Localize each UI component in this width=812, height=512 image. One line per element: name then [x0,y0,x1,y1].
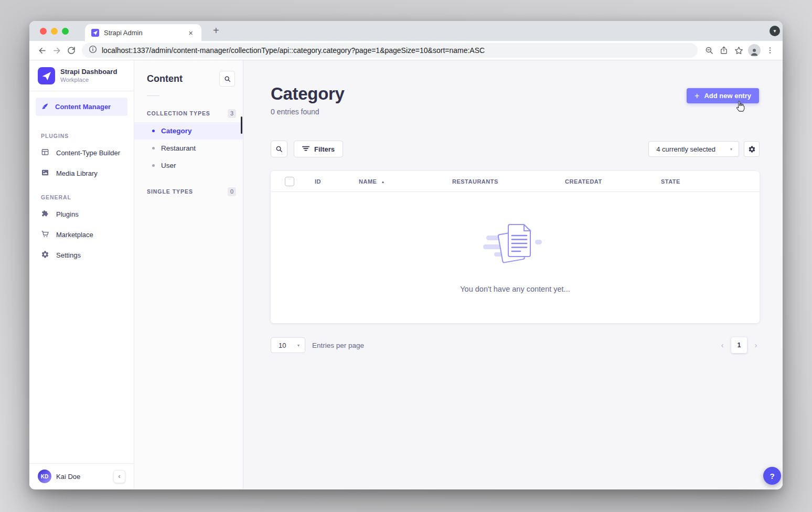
add-new-entry-label: Add new entry [704,92,751,100]
collection-type-restaurant[interactable]: Restaurant [134,140,243,157]
cart-icon [41,230,49,240]
filters-button[interactable]: Filters [294,141,343,157]
minimize-window-button[interactable] [51,28,58,35]
workspace-switcher[interactable]: Strapi Dashboard Workplace [29,60,134,91]
collapse-sidebar-button[interactable]: ‹ [113,470,125,483]
browser-window: Strapi Admin × + ▼ localhost:1337/admin/… [29,21,783,489]
screen-indicator-icon[interactable]: ▼ [770,26,780,36]
page-number-button[interactable]: 1 [731,337,747,353]
plus-icon: + [695,91,699,101]
entries-count-text: 0 entries found [271,108,760,116]
pen-icon [41,102,49,112]
previous-page-button[interactable]: ‹ [719,341,726,349]
collection-types-list: Category Restaurant User [134,122,243,174]
entries-per-page-label: Entries per page [312,342,364,349]
bookmark-star-icon[interactable] [731,43,746,58]
sidebar-divider [29,91,134,91]
sidebar-item-marketplace[interactable]: Marketplace [29,225,134,245]
zoom-page-icon[interactable] [702,43,717,58]
close-window-button[interactable] [40,28,47,35]
empty-documents-illustration [483,221,547,268]
column-header-createdat[interactable]: CREATEDAT [565,171,602,192]
column-header-name[interactable]: NAME ▲ [359,171,385,192]
subnav-scrollbar-thumb[interactable] [241,116,242,134]
single-types-count-badge: 0 [228,187,236,196]
collection-types-heading: COLLECTION TYPES [147,110,210,116]
url-text: localhost:1337/admin/content-manager/col… [102,46,485,55]
address-bar[interactable]: localhost:1337/admin/content-manager/col… [82,43,698,58]
column-header-id[interactable]: ID [315,171,321,192]
next-page-button[interactable]: › [752,341,760,349]
sidebar-section-general: GENERAL [29,190,134,204]
sidebar-item-label: Media Library [56,169,98,177]
site-info-icon[interactable] [89,45,97,56]
subnav-search-button[interactable] [219,71,235,87]
select-all-checkbox[interactable] [285,177,294,186]
workspace-subtitle: Workplace [60,76,117,84]
sidebar-item-label: Content-Type Builder [56,149,120,157]
empty-state: You don't have any content yet... [271,192,760,323]
chevron-down-icon: ▾ [297,343,300,348]
window-controls [40,28,69,35]
sidebar-item-plugins[interactable]: Plugins [29,204,134,225]
pager: ‹ 1 › [719,337,760,353]
search-entries-button[interactable] [271,141,287,157]
close-tab-icon[interactable]: × [186,28,195,38]
collection-type-user[interactable]: User [134,157,243,174]
reload-icon[interactable] [64,43,79,58]
bullet-icon [152,130,155,132]
help-button[interactable]: ? [763,467,781,485]
filters-label: Filters [314,145,335,153]
sidebar-item-label: Marketplace [56,231,93,239]
forward-icon[interactable] [49,43,64,58]
entries-table: ID NAME ▲ RESTAURANTS CREATEDAT STATE [271,171,760,323]
strapi-favicon-icon [91,29,99,37]
table-header-row: ID NAME ▲ RESTAURANTS CREATEDAT STATE [271,171,760,192]
chevron-down-icon: ▾ [730,147,732,152]
gear-icon [41,250,49,260]
user-profile-row[interactable]: KD Kai Doe ‹ [29,463,134,489]
add-new-entry-button[interactable]: + Add new entry [687,88,759,103]
column-header-restaurants[interactable]: RESTAURANTS [452,171,498,192]
column-header-label: NAME [359,178,377,185]
workspace-name: Strapi Dashboard [60,68,117,77]
sidebar-item-label: Settings [56,251,81,259]
sidebar-item-content-type-builder[interactable]: Content-Type Builder [29,143,134,163]
single-types-heading: SINGLE TYPES [147,188,193,195]
browser-toolbar: localhost:1337/admin/content-manager/col… [29,41,783,60]
browser-tab[interactable]: Strapi Admin × [85,24,201,41]
collection-type-label: Restaurant [161,144,196,152]
collection-type-category[interactable]: Category [134,122,243,140]
page-size-select[interactable]: 10 ▾ [271,337,305,353]
collection-types-count-badge: 3 [228,109,236,118]
browser-profile-icon[interactable] [748,44,761,57]
strapi-admin-app: Strapi Dashboard Workplace Content Manag… [29,60,783,489]
user-name: Kai Doe [56,473,109,481]
new-tab-button[interactable]: + [210,25,222,37]
back-icon[interactable] [35,43,49,58]
collection-type-label: User [161,162,176,169]
sidebar-section-plugins: PLUGINS [29,129,134,143]
image-icon [41,168,49,178]
browser-tab-strip: Strapi Admin × + ▼ [29,21,783,41]
browser-menu-kebab-icon[interactable] [763,43,777,58]
zoom-window-button[interactable] [62,28,69,35]
user-avatar: KD [38,470,51,483]
columns-select-value: 4 currently selected [656,145,715,153]
columns-select[interactable]: 4 currently selected ▾ [648,141,739,157]
puzzle-icon [41,209,49,219]
sidebar-item-settings[interactable]: Settings [29,245,134,265]
column-header-state[interactable]: STATE [661,171,680,192]
bullet-icon [152,164,155,167]
sidebar: Strapi Dashboard Workplace Content Manag… [29,60,134,489]
subnav-divider [147,95,159,96]
list-toolbar: Filters 4 currently selected ▾ [271,141,760,157]
layout-icon [41,148,49,158]
empty-state-text: You don't have any content yet... [460,285,570,293]
share-icon[interactable] [717,43,731,58]
sidebar-item-content-manager[interactable]: Content Manager [36,98,127,116]
main-content: Category 0 entries found + Add new entry [243,60,783,489]
sidebar-item-media-library[interactable]: Media Library [29,163,134,184]
collection-type-label: Category [161,127,192,135]
view-settings-button[interactable] [744,141,760,157]
